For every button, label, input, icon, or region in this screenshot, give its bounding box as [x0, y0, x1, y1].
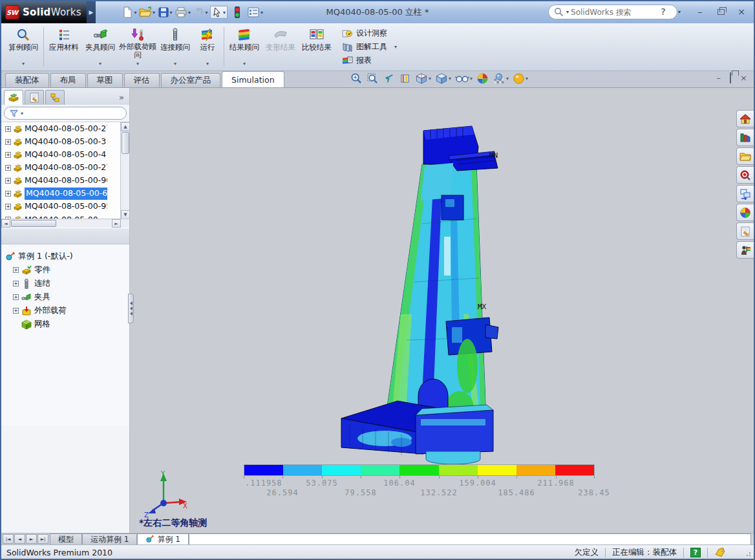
previous-view-button[interactable] [383, 72, 395, 85]
fixtures-advisor-button[interactable]: 夹具顾问 ▾ [83, 25, 118, 69]
study-item-fixtures[interactable]: + 夹具 [1, 290, 129, 304]
prev-tab-button[interactable]: ◄ [14, 534, 25, 544]
graphics-viewport[interactable]: MN MX .111958 [130, 88, 754, 533]
open-document-button[interactable]: ▾ [139, 5, 155, 20]
tab-evaluate[interactable]: 评估 [124, 73, 160, 87]
results-advisor-button[interactable]: 结果顾问 ▾ [227, 25, 262, 69]
expand-icon[interactable]: + [5, 139, 11, 145]
document-close-button[interactable]: × [740, 73, 747, 83]
interference-check-button[interactable] [229, 5, 245, 20]
help-menu-button[interactable]: ? [656, 5, 670, 18]
fea-result-model[interactable] [324, 120, 537, 469]
new-document-button[interactable]: ▾ [122, 5, 137, 20]
expand-icon[interactable]: + [13, 308, 19, 314]
minimize-button[interactable]: – [693, 5, 707, 18]
tree-filter-input[interactable]: ▾ [4, 107, 127, 120]
feature-manager-tab[interactable] [4, 90, 23, 105]
tree-item[interactable]: +MQ4040-08-05-00-95 钢 [1, 200, 129, 213]
scroll-up-button[interactable]: ▲ [121, 122, 129, 131]
document-recovery-button[interactable] [736, 241, 754, 259]
expand-icon[interactable]: + [5, 178, 11, 184]
tag-icon[interactable] [714, 548, 726, 558]
plot-tools-button[interactable]: 图解工具 ▾ [341, 41, 397, 52]
expand-icon[interactable]: + [13, 294, 19, 300]
model-tab[interactable]: 模型 [50, 533, 82, 544]
study-item-connections[interactable]: + 连结 [1, 277, 129, 290]
tree-item[interactable]: +MQ4040-08-05-00-3 钢 [1, 135, 129, 148]
scrollbar-thumb[interactable] [11, 220, 56, 227]
tree-item[interactable]: +MQ4040-08-05-00-27 钢 [1, 122, 129, 135]
search-scope-dropdown[interactable]: ▾ [566, 9, 569, 15]
tree-item[interactable]: +MQ4040-08-05-00-96 钢 [1, 174, 129, 187]
zoom-to-area-button[interactable] [367, 72, 379, 85]
study-advisor-button[interactable]: 算例顾问 ▾ [6, 25, 41, 69]
undo-button[interactable]: ▾ [193, 5, 208, 20]
connections-advisor-button[interactable]: 连接顾问 ▾ [158, 25, 193, 69]
expand-icon[interactable]: + [13, 267, 19, 273]
study-item-external-loads[interactable]: + 外部载荷 [1, 304, 129, 318]
menu-expand-arrow[interactable]: ▶ [87, 1, 96, 23]
expand-icon[interactable]: + [5, 191, 11, 197]
display-style-button[interactable]: ▾ [435, 72, 451, 85]
study-item-mesh[interactable]: 网格 [1, 318, 129, 331]
panel-overflow-button[interactable]: » [119, 92, 128, 105]
file-explorer-button[interactable] [736, 147, 754, 165]
scrollbar-thumb[interactable] [122, 132, 129, 154]
compare-results-button[interactable]: 比较结果 [299, 25, 334, 69]
document-restore-button[interactable] [730, 73, 731, 83]
expand-icon[interactable]: + [5, 204, 11, 210]
apply-scene-button[interactable]: ▾ [493, 72, 509, 85]
report-button[interactable]: 报表 [341, 55, 397, 66]
select-tool-button[interactable]: ▾ [210, 6, 228, 19]
search-results-button[interactable] [736, 166, 754, 184]
edit-appearance-button[interactable] [476, 72, 489, 85]
next-tab-button[interactable]: ► [26, 534, 37, 544]
save-button[interactable]: ▾ [157, 5, 173, 20]
app-logo[interactable]: SW SolidWorks [1, 1, 87, 23]
tab-sketch[interactable]: 草图 [87, 73, 123, 87]
view-orientation-button[interactable]: ▾ [415, 72, 431, 85]
panel-collapse-handle[interactable] [128, 294, 134, 323]
expand-icon[interactable]: + [5, 165, 11, 171]
design-insight-button[interactable]: 设计洞察 [341, 28, 397, 39]
external-loads-advisor-button[interactable]: 外部载荷顾问 ▾ [119, 25, 156, 69]
view-settings-button[interactable]: ▾ [513, 72, 528, 85]
tab-assembly[interactable]: 装配体 [5, 73, 49, 87]
resize-grip[interactable] [743, 548, 752, 557]
expand-icon[interactable]: + [5, 152, 11, 158]
scroll-left-button[interactable]: ◄ [1, 219, 10, 228]
help-dropdown-arrow[interactable]: ▾ [672, 5, 686, 18]
tab-office-products[interactable]: 办公室产品 [161, 73, 221, 87]
tree-vertical-scrollbar[interactable]: ▲ ▼ [120, 122, 129, 219]
tab-simulation[interactable]: Simulation [222, 71, 284, 87]
last-tab-button[interactable]: ►| [37, 534, 48, 544]
study-item-parts[interactable]: + 零件 [1, 263, 129, 277]
custom-properties-button[interactable] [736, 222, 754, 240]
document-minimize-button[interactable]: – [717, 73, 721, 83]
scroll-down-button[interactable]: ▼ [121, 210, 129, 219]
close-button[interactable]: × [734, 5, 749, 18]
study-root[interactable]: 算例 1 (-默认-) [1, 250, 129, 263]
appearances-scenes-button[interactable] [736, 204, 754, 221]
tree-item-selected[interactable]: +MQ4040-08-05-00-61 钢 [1, 187, 129, 200]
options-button[interactable]: ▾ [247, 5, 263, 20]
motion-study-tab[interactable]: 运动算例 1 [82, 533, 137, 544]
zoom-to-fit-button[interactable] [350, 72, 363, 85]
expand-icon[interactable]: + [13, 281, 19, 286]
deformed-result-button[interactable]: 变形结果 [263, 25, 298, 69]
tree-item[interactable]: +MQ4040-08-05-00 [1, 213, 129, 219]
section-view-button[interactable] [399, 72, 411, 85]
scroll-right-button[interactable]: ► [112, 219, 121, 228]
study-tab[interactable]: 算例 1 [137, 533, 188, 544]
first-tab-button[interactable]: |◄ [3, 534, 14, 544]
configuration-manager-tab[interactable] [45, 90, 65, 105]
design-library-button[interactable] [736, 129, 754, 146]
tab-layout[interactable]: 布局 [50, 73, 86, 87]
solidworks-resources-button[interactable] [736, 110, 754, 127]
quick-tips-button[interactable]: ? [690, 548, 701, 557]
expand-icon[interactable]: + [5, 126, 11, 132]
print-button[interactable]: ▾ [175, 5, 191, 20]
property-manager-tab[interactable] [25, 90, 44, 105]
maximize-button[interactable] [714, 5, 728, 18]
tree-item[interactable]: +MQ4040-08-05-00-27 钢 [1, 161, 129, 174]
